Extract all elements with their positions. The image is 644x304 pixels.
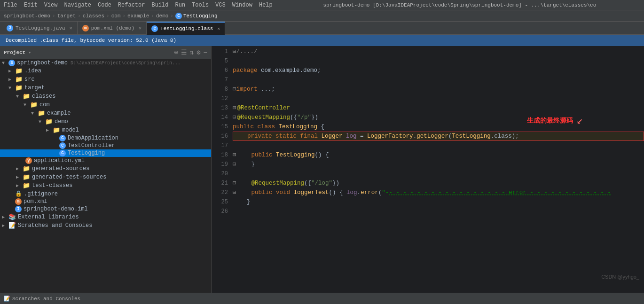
- tab-pom-xml[interactable]: m pom.xml (demo) ✕: [78, 22, 147, 35]
- tree-classes-arrow: ▼: [16, 94, 23, 99]
- tree-gitignore-label: .gitignore: [24, 191, 58, 197]
- tree-root[interactable]: ▼ S springboot-demo D:\JavaIDEAProject\c…: [0, 59, 211, 67]
- menu-build[interactable]: Build: [151, 2, 168, 8]
- tree-gen-sources-label: generated-sources: [32, 165, 89, 172]
- tab-testlogging-java[interactable]: J TestLogging.java ✕: [2, 22, 78, 35]
- tree-model[interactable]: ▶ 📁 model: [0, 126, 211, 134]
- tab3-label: TestLogging.class: [160, 26, 213, 31]
- tree-src[interactable]: ▶ 📁 src: [0, 75, 211, 84]
- tree-test-classes[interactable]: ▶ 📁 test-classes: [0, 181, 211, 190]
- tree-gen-sources-arrow: ▶: [16, 166, 23, 171]
- code-line-7: [233, 75, 644, 85]
- tree-gen-test-sources-label: generated-test-sources: [32, 174, 106, 180]
- sidebar-add-btn[interactable]: ⊕: [174, 48, 178, 56]
- breadcrumb-demo[interactable]: demo: [156, 13, 168, 19]
- tree-idea-folder-icon: 📁: [15, 67, 23, 75]
- tree-classes[interactable]: ▼ 📁 classes: [0, 92, 211, 101]
- menu-code[interactable]: Code: [98, 2, 111, 8]
- tree-generated-sources[interactable]: ▶ 📁 generated-sources: [0, 164, 211, 173]
- tree-com[interactable]: ▼ 📁 com: [0, 101, 211, 109]
- menu-bar: File Edit View Navigate Code Refactor Bu…: [0, 0, 644, 10]
- tree-application-yml-icon: y: [25, 157, 32, 164]
- tab1-close[interactable]: ✕: [70, 25, 72, 31]
- sidebar-close-btn[interactable]: −: [204, 49, 207, 56]
- tree-target-arrow: ▼: [8, 86, 15, 91]
- tree-target-label: target: [24, 85, 45, 91]
- tree-external-libraries[interactable]: ▶ 📚 External Libraries: [0, 213, 211, 221]
- breadcrumb-root[interactable]: springboot-demo: [4, 13, 50, 19]
- tree-test-classes-icon: 📁: [23, 182, 30, 189]
- menu-file[interactable]: File: [4, 2, 17, 8]
- tree-demo-application[interactable]: ▶ C DemoApplication: [0, 134, 211, 142]
- tree-test-logging[interactable]: ▶ C TestLogging: [0, 149, 211, 157]
- breadcrumb-file: C TestLogging: [175, 13, 218, 19]
- tree-test-controller[interactable]: ▶ C TestController: [0, 142, 211, 149]
- tab-testlogging-class[interactable]: C TestLogging.class ✕: [147, 22, 225, 35]
- tree-generated-test-sources[interactable]: ▶ 📁 generated-test-sources: [0, 173, 211, 181]
- tree-model-folder-icon: 📁: [53, 126, 60, 134]
- tree-scratches-label: Scratches and Consoles: [18, 222, 92, 229]
- tree-demo-application-icon: C: [59, 135, 66, 141]
- tree-com-folder-icon: 📁: [30, 101, 38, 109]
- tree-demo-arrow: ▼: [39, 119, 45, 125]
- code-editor[interactable]: 1 5 6 7 8 12 13 14 15 16 17 18 19 20 21 …: [212, 46, 644, 293]
- tab2-close[interactable]: ✕: [139, 25, 141, 31]
- menu-run[interactable]: Run: [175, 2, 185, 8]
- menu-vcs[interactable]: VCS: [215, 2, 226, 8]
- code-line-14: ⊟ @RequestMapping ( { "/p" }): [233, 113, 644, 122]
- tree-classes-label: classes: [32, 93, 55, 100]
- sidebar-expand-btn[interactable]: ☰: [181, 48, 187, 56]
- code-line-5: [233, 56, 644, 66]
- tree-target[interactable]: ▼ 📁 target: [0, 84, 211, 92]
- tree-src-folder-icon: 📁: [15, 76, 23, 83]
- tab2-icon: m: [82, 25, 89, 31]
- tree-model-label: model: [62, 127, 79, 133]
- tree-demo-folder-icon: 📁: [45, 118, 53, 125]
- tree-example-folder-icon: 📁: [38, 109, 45, 117]
- menu-view[interactable]: View: [44, 2, 58, 8]
- tree-ext-lib-icon: 📚: [8, 213, 16, 221]
- scratches-consoles[interactable]: 📝 Scratches and Consoles: [4, 296, 80, 302]
- tree-root-label: springboot-demo: [17, 60, 68, 66]
- tree-com-label: com: [39, 101, 50, 108]
- breadcrumb-file-icon: C: [175, 13, 182, 19]
- tab1-label: TestLogging.java: [16, 25, 65, 31]
- tree-example[interactable]: ▼ 📁 example: [0, 109, 211, 117]
- tree-application-yml[interactable]: ▶ y application.yml: [0, 157, 211, 164]
- tree-test-logging-icon: C: [59, 150, 66, 156]
- tab-bar: J TestLogging.java ✕ m pom.xml (demo) ✕ …: [0, 22, 644, 35]
- menu-window[interactable]: Window: [232, 2, 252, 8]
- tree-scratches-icon: 📝: [8, 222, 16, 229]
- sidebar-settings-btn[interactable]: ⚙: [196, 48, 200, 56]
- menu-navigate[interactable]: Navigate: [64, 2, 91, 8]
- tab3-close[interactable]: ✕: [217, 26, 220, 31]
- sidebar-collapse-btn[interactable]: ⇅: [190, 48, 194, 56]
- code-line-6: package com.example.demo;: [233, 66, 644, 75]
- tree-demo[interactable]: ▼ 📁 demo: [0, 117, 211, 126]
- breadcrumb-target[interactable]: target: [57, 13, 76, 19]
- breadcrumb-com[interactable]: com: [111, 13, 121, 19]
- menu-refactor[interactable]: Refactor: [118, 2, 145, 8]
- sidebar: Project ▾ ⊕ ☰ ⇅ ⚙ − ▼ S springboot-demo …: [0, 46, 212, 293]
- menu-tools[interactable]: Tools: [192, 2, 209, 8]
- menu-edit[interactable]: Edit: [24, 2, 38, 8]
- tree-src-arrow: ▶: [8, 77, 15, 82]
- bottom-bar: 📝 Scratches and Consoles: [0, 293, 644, 304]
- tree-gitignore[interactable]: ▶ 🔒 .gitignore: [0, 190, 211, 198]
- tree-target-folder-icon: 📁: [15, 84, 23, 92]
- tree-pom-xml[interactable]: ▶ m pom.xml: [0, 198, 211, 205]
- main-layout: Project ▾ ⊕ ☰ ⇅ ⚙ − ▼ S springboot-demo …: [0, 46, 644, 293]
- sidebar-title: Project: [4, 50, 25, 55]
- tree-test-controller-label: TestController: [68, 142, 115, 149]
- breadcrumb-example[interactable]: example: [127, 13, 149, 19]
- tree-iml[interactable]: ▶ I springboot-demo.iml: [0, 205, 211, 213]
- tree-idea-arrow: ▶: [8, 68, 15, 74]
- code-lines: ⊟ /..../ package com.example.demo; ⊟ imp…: [233, 46, 644, 293]
- tree-scratches[interactable]: ▶ 📝 Scratches and Consoles: [0, 221, 211, 230]
- menu-help[interactable]: Help: [259, 2, 273, 8]
- breadcrumb-classes[interactable]: classes: [83, 13, 104, 19]
- line-numbers: 1 5 6 7 8 12 13 14 15 16 17 18 19 20 21 …: [212, 46, 233, 293]
- tree-classes-folder-icon: 📁: [23, 93, 30, 100]
- tree-application-yml-label: application.yml: [34, 157, 85, 164]
- tree-idea[interactable]: ▶ 📁 .idea: [0, 67, 211, 75]
